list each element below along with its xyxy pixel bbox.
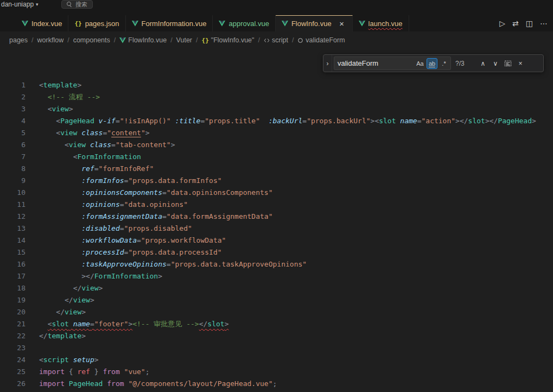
toggle-replace-button[interactable]: › xyxy=(323,55,332,72)
code-line-content: :opinions="data.opinions" xyxy=(39,199,188,211)
code-line-4: 4 <PageHead v-if="!isInApp()" :title="pr… xyxy=(0,115,553,127)
code-line-10: 10 :opinionsComponents="data.opinionsCom… xyxy=(0,187,553,199)
line-number: 17 xyxy=(0,270,26,282)
breadcrumb-item-workflow[interactable]: workflow xyxy=(37,36,64,44)
line-number: 13 xyxy=(0,223,26,235)
breadcrumb-item-validateform[interactable]: validateForm xyxy=(297,36,345,44)
code-line-20: 20 </view> xyxy=(0,306,553,318)
tab-forminformation-vue[interactable]: FormInformation.vue xyxy=(126,15,213,31)
tab-label: FormInformation.vue xyxy=(142,20,207,28)
vue-icon xyxy=(282,21,288,27)
code-line-content: <!-- 流程 --> xyxy=(39,91,100,103)
editor[interactable]: › validateForm Aa ab .* ?/3 ∧ ∨ × 1 xyxy=(0,49,553,392)
code-line-26: 26import PageHead from "@/components/lay… xyxy=(0,378,553,390)
tab-label: approval.vue xyxy=(228,20,269,28)
code-line-content: <FormInformation xyxy=(39,151,141,163)
line-number: 3 xyxy=(0,103,26,115)
code-line-content: <script setup> xyxy=(39,354,99,366)
code-line-content: :workflowData="props.workflowData" xyxy=(39,235,226,246)
find-in-selection-button[interactable] xyxy=(502,58,514,69)
code-line-14: 14 :workflowData="props.workflowData" xyxy=(0,235,553,246)
code-line-21: 21 <slot name="footer"><!-- 审批意见 --></sl… xyxy=(0,318,553,330)
tab-index-vue[interactable]: Index.vue xyxy=(16,15,68,31)
line-number: 22 xyxy=(0,330,26,342)
code-line-6: 6 <view class="tab-content"> xyxy=(0,139,553,151)
tab-bar: Index.vue{}pages.jsonFormInformation.vue… xyxy=(0,9,553,31)
line-number: 25 xyxy=(0,366,26,378)
regex-button[interactable]: .* xyxy=(438,58,449,69)
line-number: 10 xyxy=(0,187,26,199)
line-number: 8 xyxy=(0,163,26,175)
line-number: 9 xyxy=(0,175,26,187)
more-actions-button[interactable]: ⋯ xyxy=(540,20,548,27)
line-number: 21 xyxy=(0,318,26,330)
whole-word-button[interactable]: ab xyxy=(427,58,437,69)
code-line-1: 1<template> xyxy=(0,79,553,91)
code-line-22: 22</template> xyxy=(0,330,553,342)
run-button[interactable]: ▷ xyxy=(499,20,505,27)
tab-flowinfo-vue[interactable]: FlowInfo.vue× xyxy=(276,15,353,31)
code-line-3: 3 <view> xyxy=(0,103,553,115)
breadcrumb-item-pages[interactable]: pages xyxy=(9,36,28,44)
tab-launch-vue[interactable]: launch.vue xyxy=(353,15,409,31)
code-line-2: 2 <!-- 流程 --> xyxy=(0,91,553,103)
line-number: 19 xyxy=(0,294,26,306)
match-case-button[interactable]: Aa xyxy=(415,58,425,69)
json-braces-icon: {} xyxy=(74,20,81,27)
code-line-content: :opinionsComponents="data.opinionsCompon… xyxy=(39,187,273,199)
code-line-13: 13 :disabled="props.disabled" xyxy=(0,223,553,235)
json-braces-icon: {} xyxy=(202,37,209,44)
code-line-content: :taskApproveOpinions="props.data.taskApp… xyxy=(39,258,307,270)
line-number: 16 xyxy=(0,258,26,270)
previous-match-button[interactable]: ∧ xyxy=(477,58,489,69)
find-input[interactable]: validateForm Aa ab .* xyxy=(334,56,451,70)
symbol-script-icon xyxy=(264,37,270,43)
code-line-content: <template> xyxy=(39,79,81,91)
breadcrumb-item-flowinfo-vue[interactable]: {}"FlowInfo.vue" xyxy=(202,36,255,44)
code-area[interactable]: 1<template>2 <!-- 流程 -->3 <view>4 <PageH… xyxy=(0,49,553,390)
command-center-search[interactable]: 搜索 xyxy=(61,0,93,9)
find-in-selection-icon xyxy=(504,60,512,67)
line-number: 24 xyxy=(0,354,26,366)
search-icon xyxy=(67,2,72,7)
vue-icon xyxy=(22,21,28,27)
code-line-content: <view class="tab-content"> xyxy=(39,139,175,151)
breadcrumb-label: Vuter xyxy=(176,36,192,44)
line-number: 5 xyxy=(0,127,26,139)
code-line-9: 9 :formInfos="props.data.formInfos" xyxy=(0,175,553,187)
code-line-content: ref="formInfoRef" xyxy=(39,163,154,175)
breadcrumb-separator: / xyxy=(31,36,33,44)
breadcrumb-item-components[interactable]: components xyxy=(73,36,110,44)
code-line-content: ></FormInformation> xyxy=(39,270,162,282)
code-line-11: 11 :opinions="data.opinions" xyxy=(0,199,553,211)
find-options: Aa ab .* xyxy=(415,58,449,69)
line-number: 14 xyxy=(0,235,26,246)
open-changes-button[interactable]: ⇄ xyxy=(512,20,519,27)
project-menu[interactable]: dan-uniapp ▾ xyxy=(1,1,39,8)
code-line-content: </view> xyxy=(39,306,86,318)
tab-approval-vue[interactable]: approval.vue xyxy=(213,15,275,31)
breadcrumb-item-script[interactable]: script xyxy=(264,36,288,44)
symbol-method-icon xyxy=(297,37,303,43)
code-line-content: </view> xyxy=(39,294,94,306)
code-line-8: 8 ref="formInfoRef" xyxy=(0,163,553,175)
code-line-23: 23 xyxy=(0,342,553,354)
search-label: 搜索 xyxy=(75,1,87,9)
breadcrumb-item-flowinfo-vue[interactable]: FlowInfo.vue xyxy=(119,36,167,44)
breadcrumb-label: script xyxy=(272,36,288,44)
breadcrumb-label: pages xyxy=(9,36,28,44)
close-find-button[interactable]: × xyxy=(514,58,526,69)
chevron-right-icon: › xyxy=(327,60,329,67)
vscode-window: dan-uniapp ▾ 搜索 Index.vue{}pages.jsonFor… xyxy=(0,0,553,392)
line-number: 20 xyxy=(0,306,26,318)
split-editor-button[interactable]: ◫ xyxy=(526,20,533,27)
breadcrumb-label: validateForm xyxy=(306,36,345,44)
find-results-count: ?/3 xyxy=(455,60,473,67)
line-number: 2 xyxy=(0,91,26,103)
line-number: 26 xyxy=(0,378,26,390)
tab-pages-json[interactable]: {}pages.json xyxy=(68,15,125,31)
close-icon[interactable]: × xyxy=(338,20,346,28)
next-match-button[interactable]: ∨ xyxy=(490,58,501,69)
breadcrumb-item-vuter[interactable]: Vuter xyxy=(176,36,192,44)
vue-icon xyxy=(359,21,365,27)
